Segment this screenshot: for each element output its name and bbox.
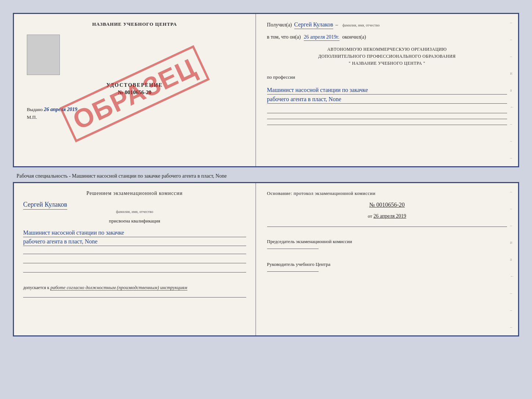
qualification-block: Машинист насосной станции по закачке раб… xyxy=(23,228,246,247)
po-professii-label: по профессии xyxy=(267,74,507,80)
qual-line2: рабочего агента в пласт, None xyxy=(23,238,246,246)
protocol-number-text: № 0010656-20 xyxy=(369,202,405,208)
qual-blank-1 xyxy=(23,254,246,254)
qual-line1: Машинист насосной станции по закачке xyxy=(23,229,246,237)
middle-text: Рабочая специальность - Машинист насосно… xyxy=(13,170,519,182)
rukovoditel-signature xyxy=(267,271,319,272)
vtom-row: в том, что он(а) 26 апреля 2019г. окончи… xyxy=(267,34,507,41)
resheniem-text: Решением экзаменационной комиссии xyxy=(23,190,246,196)
protocol-date: 26 апреля 2019 xyxy=(373,213,406,219)
document-bottom: Решением экзаменационной комиссии Сергей… xyxy=(13,182,519,336)
dopuskaetsya-label: допускается к xyxy=(23,285,49,290)
vtom-date: 26 апреля 2019г. xyxy=(304,34,339,41)
left-title: НАЗВАНИЕ УЧЕБНОГО ЦЕНТРА xyxy=(92,21,177,27)
profession-block: Машинист насосной станции по закачке раб… xyxy=(267,85,507,104)
vtom-label: в том, что он(а) xyxy=(267,34,301,40)
okonchil-label: окончил(а) xyxy=(342,34,366,40)
org-line3: " НАЗВАНИЕ УЧЕБНОГО ЦЕНТРА " xyxy=(267,60,507,67)
udost-title: УДОСТОВЕРЕНИЕ xyxy=(107,82,163,88)
poluchil-row: Получил(a) Сергей Кулаков – фамилия, имя… xyxy=(267,21,507,29)
poluchil-name: Сергей Кулаков xyxy=(294,21,333,29)
bottom-name-block: Сергей Кулаков фамилия, имя, отчество xyxy=(23,201,246,214)
rukovoditel-block: Руководитель учебного Центра xyxy=(267,261,507,275)
predsedatel-block: Председатель экзаменационной комиссии xyxy=(267,238,507,252)
dopusk-text: работе согласно должностным (производств… xyxy=(50,285,187,291)
org-line1: АВТОНОМНУЮ НЕКОММЕРЧЕСКУЮ ОРГАНИЗАЦИЮ xyxy=(267,46,507,53)
org-line2: ДОПОЛНИТЕЛЬНОГО ПРОФЕССИОНАЛЬНОГО ОБРАЗО… xyxy=(267,53,507,60)
vydano-date: 26 апреля 2019 xyxy=(44,107,78,112)
udost-block: УДОСТОВЕРЕНИЕ № 0010656-20 xyxy=(107,82,163,96)
photo-placeholder xyxy=(27,35,60,75)
doc-left: НАЗВАНИЕ УЧЕБНОГО ЦЕНТРА УДОСТОВЕРЕНИЕ №… xyxy=(14,14,256,166)
dopusk-blank xyxy=(23,297,246,298)
protocol-number: № 0010656-20 xyxy=(267,202,507,208)
dopuskaetsya-block: допускается к работе согласно должностны… xyxy=(23,285,246,291)
vydano-label: Выдано xyxy=(27,107,43,112)
blank-line-1 xyxy=(267,113,507,113)
bottom-name: Сергей Кулаков xyxy=(23,201,67,210)
predsedatel-signature xyxy=(267,249,319,249)
right-blank-1 xyxy=(267,227,507,227)
predsedatel-label: Председатель экзаменационной комиссии xyxy=(267,239,352,244)
ot-label: от xyxy=(368,213,372,219)
org-block: АВТОНОМНУЮ НЕКОММЕРЧЕСКУЮ ОРГАНИЗАЦИЮ ДО… xyxy=(267,46,507,67)
osnovaniye-text: Основание: протокол экзаменационной коми… xyxy=(267,190,507,196)
middle-text-content: Рабочая специальность - Машинист насосно… xyxy=(17,173,227,179)
doc-right: Получил(a) Сергей Кулаков – фамилия, имя… xyxy=(256,14,518,166)
document-top: НАЗВАНИЕ УЧЕБНОГО ЦЕНТРА УДОСТОВЕРЕНИЕ №… xyxy=(13,13,519,167)
right-dashes-top: – – – и а ← – – – xyxy=(510,14,514,166)
udost-number: № 0010656-20 xyxy=(107,89,163,96)
qual-blank-2 xyxy=(23,263,246,263)
poluchil-label: Получил(a) xyxy=(267,22,292,28)
blank-line-3 xyxy=(267,125,507,125)
right-dashes-bottom: – – – и а ← – – – xyxy=(510,183,514,335)
doc-bottom-left: Решением экзаменационной комиссии Сергей… xyxy=(14,183,256,335)
familiya-hint-top: фамилия, имя, отчество xyxy=(342,23,380,27)
rukovoditel-label: Руководитель учебного Центра xyxy=(267,261,331,267)
bottom-familiya-hint: фамилия, имя, отчество xyxy=(23,210,246,214)
qual-blank-3 xyxy=(23,272,246,272)
profession-line2: рабочего агента в пласт, None xyxy=(267,96,507,104)
mp-line: М.П. xyxy=(27,114,37,120)
vydano-line: Выдано 26 апреля 2019 xyxy=(27,107,78,113)
page-container: НАЗВАНИЕ УЧЕБНОГО ЦЕНТРА УДОСТОВЕРЕНИЕ №… xyxy=(7,7,525,342)
protocol-date-row: от 26 апреля 2019 xyxy=(267,213,507,219)
blank-line-2 xyxy=(267,119,507,119)
profession-line1: Машинист насосной станции по закачке xyxy=(267,87,507,95)
doc-bottom-right: Основание: протокол экзаменационной коми… xyxy=(256,183,518,335)
prisvoena-label: присвоена квалификация xyxy=(23,218,246,224)
